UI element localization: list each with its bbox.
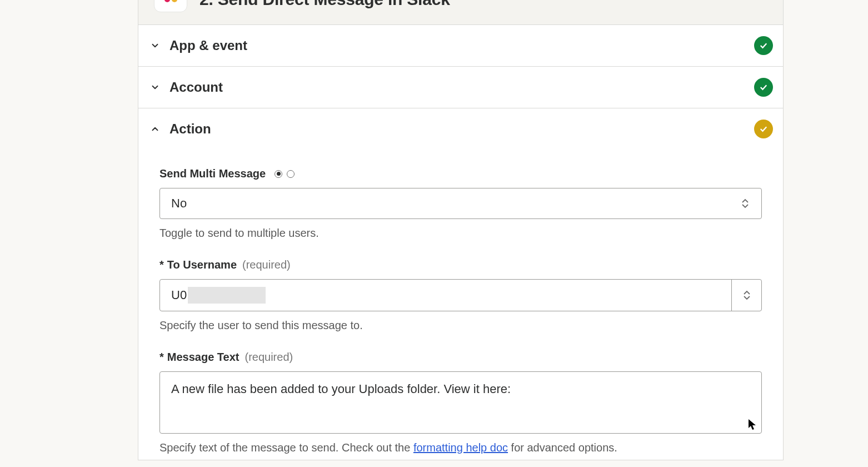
redacted-block	[188, 287, 266, 304]
select-value: No	[171, 196, 187, 211]
formatting-help-link[interactable]: formatting help doc	[413, 441, 508, 454]
field-label-row: Send Multi Message	[159, 167, 762, 180]
select-chevron-icon	[740, 198, 750, 208]
input-value[interactable]: U0	[160, 280, 731, 311]
section-app-event[interactable]: App & event	[138, 25, 783, 67]
radio-group-send-multi	[275, 170, 295, 178]
section-action[interactable]: Action	[138, 108, 783, 156]
required-asterisk: *	[159, 351, 164, 364]
help-message-text: Specify text of the message to send. Che…	[159, 441, 762, 454]
step-header: 2. Send Direct Message in Slack	[138, 0, 783, 25]
help-post: for advanced options.	[508, 441, 617, 454]
field-message-text: * Message Text (required) A new file has…	[159, 351, 762, 454]
step-title: 2. Send Direct Message in Slack	[199, 0, 450, 9]
slack-logo-icon	[164, 0, 177, 2]
required-text: (required)	[242, 259, 291, 271]
help-to-username: Specify the user to send this message to…	[159, 319, 762, 332]
status-complete-icon	[754, 36, 773, 55]
chevron-down-icon	[148, 81, 162, 94]
section-label-app-event: App & event	[169, 38, 746, 53]
input-to-username[interactable]: U0	[159, 279, 762, 311]
field-send-multi: Send Multi Message No Toggle to send to …	[159, 167, 762, 240]
textarea-message-text[interactable]: A new file has been added to your Upload…	[159, 371, 762, 434]
message-text-value: A new file has been added to your Upload…	[171, 382, 511, 396]
input-dropdown-button[interactable]	[731, 280, 761, 311]
field-label-row: * To Username (required)	[159, 259, 762, 271]
chevron-up-icon	[148, 122, 162, 136]
required-text: (required)	[245, 351, 293, 364]
section-account[interactable]: Account	[138, 67, 783, 108]
radio-option-2[interactable]	[287, 170, 295, 178]
status-partial-icon	[754, 120, 773, 138]
chevron-down-icon	[148, 39, 162, 52]
field-label-message-text: Message Text	[167, 351, 240, 364]
required-asterisk: *	[159, 259, 164, 271]
select-send-multi[interactable]: No	[159, 188, 762, 219]
slack-app-icon	[154, 0, 187, 12]
field-label-send-multi: Send Multi Message	[159, 167, 266, 180]
radio-option-1[interactable]	[275, 170, 282, 178]
field-label-to-username: To Username	[167, 259, 237, 271]
select-chevron-icon	[742, 290, 752, 300]
help-send-multi: Toggle to send to multiple users.	[159, 227, 762, 240]
username-prefix: U0	[171, 288, 187, 302]
field-to-username: * To Username (required) U0 Specify the …	[159, 259, 762, 332]
help-pre: Specify text of the message to send. Che…	[159, 441, 413, 454]
section-label-action: Action	[169, 121, 746, 137]
step-panel: 2. Send Direct Message in Slack App & ev…	[138, 0, 784, 460]
field-label-row: * Message Text (required)	[159, 351, 762, 364]
status-complete-icon	[754, 78, 773, 97]
action-body: Send Multi Message No Toggle to send to …	[138, 156, 783, 454]
section-label-account: Account	[169, 80, 746, 95]
